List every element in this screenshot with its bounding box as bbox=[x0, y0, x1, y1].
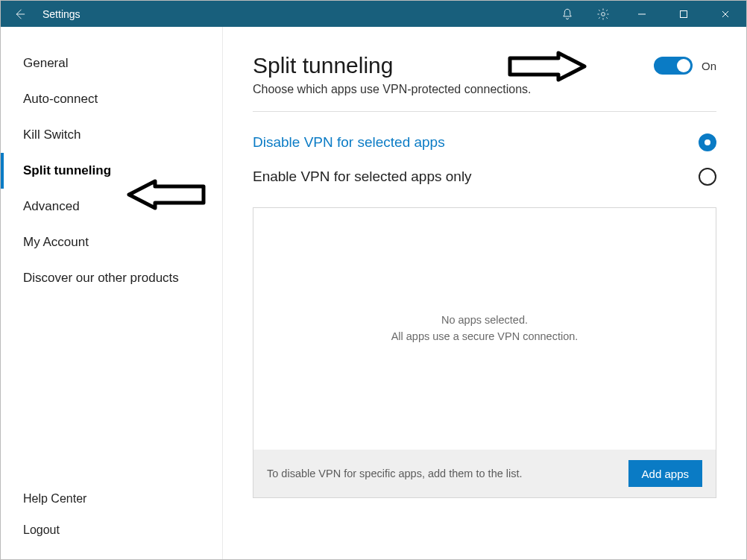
sidebar-item-label: Logout bbox=[23, 523, 60, 537]
sidebar-item-help-center[interactable]: Help Center bbox=[1, 483, 222, 515]
sidebar-item-label: Help Center bbox=[23, 492, 86, 506]
sidebar-item-kill-switch[interactable]: Kill Switch bbox=[1, 117, 222, 153]
sidebar-item-split-tunneling[interactable]: Split tunneling bbox=[1, 153, 222, 189]
apps-empty-state: No apps selected. All apps use a secure … bbox=[253, 208, 716, 450]
window-minimize-button[interactable] bbox=[621, 1, 663, 27]
svg-rect-1 bbox=[681, 10, 687, 17]
settings-window: Settings General Auto-connect Kill Switc… bbox=[0, 0, 747, 560]
option-label: Disable VPN for selected apps bbox=[253, 134, 699, 151]
toggle-knob bbox=[677, 59, 690, 72]
sidebar-item-label: Advanced bbox=[23, 199, 80, 214]
window-title: Settings bbox=[38, 8, 81, 20]
sidebar-item-advanced[interactable]: Advanced bbox=[1, 189, 222, 224]
sidebar-item-label: Discover our other products bbox=[23, 271, 179, 286]
gear-icon bbox=[596, 7, 610, 21]
minimize-icon bbox=[637, 10, 646, 19]
empty-line: No apps selected. bbox=[441, 312, 528, 329]
split-tunneling-toggle[interactable] bbox=[654, 57, 693, 75]
main-content: Split tunneling On Choose which apps use… bbox=[223, 27, 746, 559]
sidebar-item-label: Auto-connect bbox=[23, 92, 98, 107]
bell-icon bbox=[561, 7, 574, 21]
footer-hint: To disable VPN for specific apps, add th… bbox=[267, 468, 628, 479]
sidebar-item-my-account[interactable]: My Account bbox=[1, 224, 222, 260]
maximize-icon bbox=[679, 10, 688, 19]
apps-footer: To disable VPN for specific apps, add th… bbox=[253, 450, 716, 497]
radio-unselected-icon bbox=[699, 168, 716, 186]
arrow-left-icon bbox=[13, 7, 26, 21]
close-icon bbox=[721, 10, 730, 19]
page-subtitle: Choose which apps use VPN-protected conn… bbox=[253, 83, 716, 96]
divider bbox=[253, 111, 716, 112]
page-title: Split tunneling bbox=[253, 53, 654, 78]
svg-point-0 bbox=[602, 12, 605, 16]
sidebar-item-general[interactable]: General bbox=[1, 45, 222, 81]
settings-gear-button[interactable] bbox=[585, 1, 621, 27]
empty-line: All apps use a secure VPN connection. bbox=[391, 329, 579, 345]
add-apps-button[interactable]: Add apps bbox=[628, 460, 702, 487]
sidebar-item-label: Split tunneling bbox=[23, 163, 111, 178]
back-button[interactable] bbox=[1, 7, 38, 21]
sidebar-item-logout[interactable]: Logout bbox=[1, 515, 222, 546]
option-disable-vpn[interactable]: Disable VPN for selected apps bbox=[253, 125, 716, 160]
sidebar-item-auto-connect[interactable]: Auto-connect bbox=[1, 81, 222, 117]
apps-list-box: No apps selected. All apps use a secure … bbox=[253, 207, 716, 498]
sidebar-item-discover[interactable]: Discover our other products bbox=[1, 260, 222, 296]
toggle-state-label: On bbox=[702, 60, 716, 72]
radio-selected-icon bbox=[699, 133, 716, 151]
sidebar-item-label: General bbox=[23, 56, 68, 71]
option-label: Enable VPN for selected apps only bbox=[253, 169, 699, 185]
sidebar-item-label: My Account bbox=[23, 235, 89, 250]
sidebar: General Auto-connect Kill Switch Split t… bbox=[1, 27, 223, 559]
window-maximize-button[interactable] bbox=[663, 1, 705, 27]
sidebar-item-label: Kill Switch bbox=[23, 128, 81, 142]
titlebar: Settings bbox=[1, 1, 746, 27]
window-close-button[interactable] bbox=[705, 1, 746, 27]
option-enable-vpn[interactable]: Enable VPN for selected apps only bbox=[253, 160, 716, 194]
notifications-button[interactable] bbox=[549, 1, 585, 27]
